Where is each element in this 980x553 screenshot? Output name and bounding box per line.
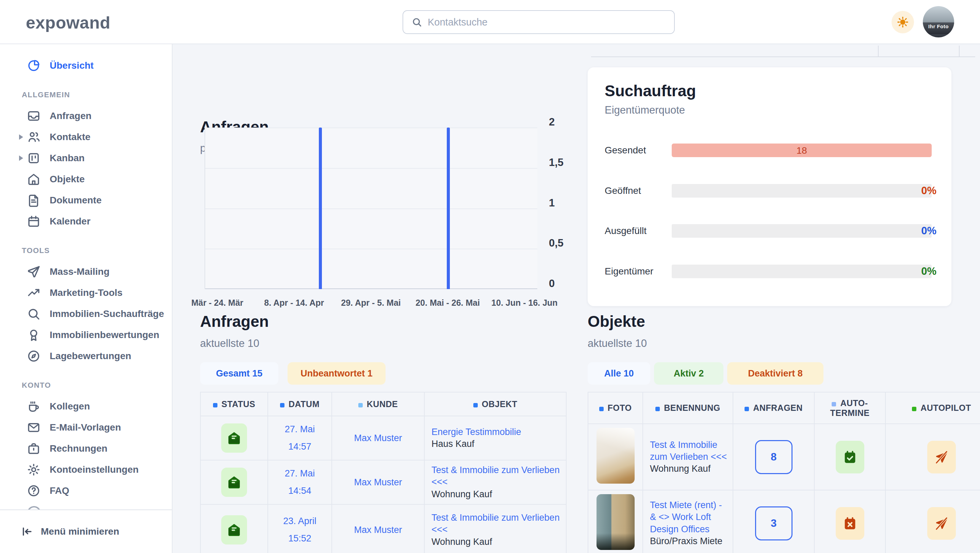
user-avatar[interactable]: Ihr Foto [923,6,954,37]
chart-bar[interactable] [447,127,450,289]
tab-alle[interactable]: Alle 10 [588,362,650,385]
sidebar-item-email-vorlagen[interactable]: E-Mail-Vorlagen [0,417,172,438]
stat-value: 0% [921,225,937,237]
anfrage-date[interactable]: 27. Mai14:57 [268,416,332,460]
search-input[interactable] [428,17,674,28]
mail-icon [27,420,41,435]
x-tick-label: 29. Apr - 5. Mai [341,298,401,308]
customer-link[interactable]: Max Muster [354,477,402,487]
tab-deaktiviert[interactable]: Deaktiviert 8 [727,362,824,385]
award-icon [27,328,41,342]
anfrage-date[interactable]: 23. April15:52 [268,504,332,553]
object-name-link[interactable]: Test Miete (rent) - & <> Work Loft Desig… [650,500,722,534]
object-name-link[interactable]: Test & Immobilie zum Verlieben <<< [650,440,727,462]
tab-unbeantwortet[interactable]: Unbeantwortet 1 [288,362,385,385]
search-icon [27,307,41,321]
table-row: Test Miete (rent) - & <> Work Loft Desig… [588,490,980,553]
suchauftrag-title: Suchauftrag [605,82,696,100]
object-type: Wohnung Kauf [431,536,562,548]
sidebar-item-label: Kalender [50,216,91,227]
stat-value: 0% [921,185,937,197]
sidebar-item-mass-mailing[interactable]: Mass-Mailing [0,261,172,282]
col-bullet [280,403,285,407]
col-status[interactable]: STATUS [200,392,268,416]
contact-search[interactable] [402,10,675,34]
anfrage-date[interactable]: 27. Mai14:54 [268,460,332,504]
col-benennung[interactable]: BENENNUNG [643,392,733,424]
chevron-right-icon[interactable] [19,156,23,161]
customer-link[interactable]: Max Muster [354,433,402,443]
sidebar-item-objekte[interactable]: Objekte [0,169,172,190]
sidebar-item-kontoeinstellungen[interactable]: Kontoeinstellungen [0,459,172,480]
object-link[interactable]: Energie Testimmobilie [431,427,521,437]
send-slash-icon[interactable] [927,507,956,540]
theme-toggle-button[interactable] [891,11,914,33]
sidebar-item-marketing-tools[interactable]: Marketing-Tools [0,282,172,304]
col-anfragen[interactable]: ANFRAGEN [733,392,814,424]
sidebar-item-label: Immobilienbewertungen [50,329,159,340]
tab-aktiv[interactable]: Aktiv 2 [654,362,724,385]
x-tick-label: 10. Jun - 16. Jun [492,298,558,308]
col-bullet [599,407,604,411]
gridline [205,249,537,249]
stat-value: 18 [672,145,932,156]
mail-open-status-icon[interactable] [221,515,247,545]
send-slash-icon[interactable] [927,441,956,474]
sidebar-section-tools: TOOLS [22,246,172,255]
col-kunde[interactable]: KUNDE [332,392,424,416]
sidebar-item-kanban[interactable]: Kanban [0,148,172,169]
sidebar-item-label: Lagebewertungen [50,351,131,362]
col-objekt[interactable]: OBJEKT [424,392,566,416]
sidebar-item-uebersicht[interactable]: Übersicht [0,55,172,76]
sidebar-item-kontakte[interactable]: Kontakte [0,127,172,148]
chevron-right-icon[interactable] [19,134,23,140]
sidebar-item-immobilien-suchauftraege[interactable]: Immobilien-Suchaufträge [0,304,172,324]
sidebar-item-anfragen[interactable]: Anfragen [0,105,172,127]
col-autopilot[interactable]: AUTOPILOT [885,392,980,424]
minimize-menu-button[interactable]: Menü minimieren [0,510,172,553]
sidebar-item-lagebewertungen[interactable]: Lagebewertungen [0,346,172,367]
sidebar-item-rechnungen[interactable]: Rechnungen [0,438,172,459]
table-row: 23. April15:52 Max Muster Test & Immobil… [200,504,566,553]
sidebar-item-label: Mass-Mailing [50,266,110,277]
divider [878,46,878,56]
mail-open-status-icon[interactable] [221,423,247,453]
sun-icon [897,16,909,28]
x-tick-label: 8. Apr - 14. Apr [264,298,324,308]
app-logo: expowand [26,13,110,33]
stat-bar-geoeffnet: 0% [672,184,932,198]
sidebar-item-dokumente[interactable]: Dokumente [0,190,172,211]
object-photo[interactable] [597,428,635,484]
object-link[interactable]: Test & Immobilie zum Verlieben <<< [431,513,560,535]
table-header-row: FOTO BENENNUNG ANFRAGEN AUTO-TERMINE AUT… [588,392,980,424]
col-datum[interactable]: DATUM [268,392,332,416]
sidebar-item-kollegen[interactable]: Kollegen [0,396,172,417]
chart-bar[interactable] [319,127,322,289]
col-bullet [655,407,660,411]
sidebar-item-label: FAQ [50,485,69,496]
sidebar-item-faq[interactable]: FAQ [0,480,172,501]
sidebar-item-label: Rechnungen [50,443,108,454]
sidebar-item-immobilienbewertungen[interactable]: Immobilienbewertungen [0,324,172,346]
suchauftrag-card: Suchauftrag Eigentümerquote Gesendet 18 … [588,67,951,306]
mail-open-status-icon[interactable] [221,468,247,497]
objekte-title: Objekte [588,312,645,331]
sidebar: Übersicht ALLGEMEIN Anfragen Kontakte Ka… [0,44,172,553]
object-category: Büro/Praxis Miete [650,536,729,547]
chart-plot [205,127,537,289]
sidebar-item-label: Objekte [50,174,85,185]
sidebar-item-kalender[interactable]: Kalender [0,211,172,232]
trending-up-icon [27,286,41,300]
customer-link[interactable]: Max Muster [354,525,402,535]
anfragen-count-button[interactable]: 8 [755,440,792,474]
anfragen-count-button[interactable]: 3 [755,506,792,540]
col-foto[interactable]: FOTO [588,392,643,424]
object-link[interactable]: Test & Immobilie zum Verlieben <<< [431,465,560,487]
stat-bar-ausgefuellt: 0% [672,224,932,238]
col-bullet [745,407,749,411]
calendar-x-icon[interactable] [836,507,864,540]
col-auto-termine[interactable]: AUTO-TERMINE [814,392,885,424]
object-photo[interactable] [597,494,635,550]
calendar-check-icon[interactable] [836,441,864,474]
tab-gesamt[interactable]: Gesamt 15 [200,362,278,385]
